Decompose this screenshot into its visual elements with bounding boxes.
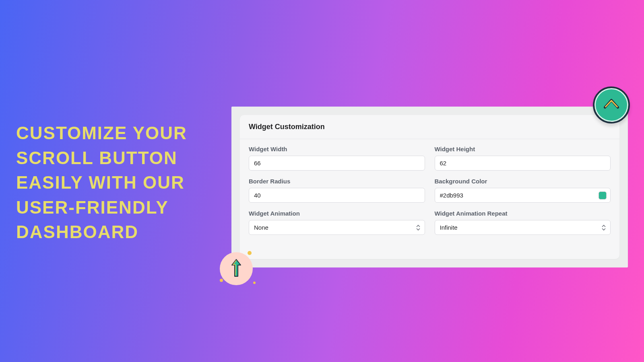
- widget-animation-repeat-label: Widget Animation Repeat: [435, 210, 611, 217]
- field-background-color: Background Color: [435, 178, 611, 203]
- arrow-up-icon: [229, 257, 243, 280]
- background-color-label: Background Color: [435, 178, 611, 185]
- field-widget-height: Widget Height: [435, 146, 611, 171]
- border-radius-label: Border Radius: [249, 178, 425, 185]
- card-title: Widget Customization: [240, 115, 619, 139]
- border-radius-input[interactable]: [249, 188, 425, 203]
- decorative-dot-icon: [220, 279, 223, 282]
- widget-animation-label: Widget Animation: [249, 210, 425, 217]
- widget-customization-card: Widget Customization Widget Width Widget…: [240, 115, 619, 259]
- widget-height-input[interactable]: [435, 156, 611, 171]
- widget-height-label: Widget Height: [435, 146, 611, 152]
- widget-width-input[interactable]: [249, 156, 425, 171]
- marketing-headline: CUSTOMIZE YOUR SCROLL BUTTON EASILY WITH…: [16, 121, 201, 245]
- scroll-top-bubble-button[interactable]: [220, 252, 253, 285]
- dashboard-panel: Widget Customization Widget Width Widget…: [231, 107, 628, 267]
- form-grid: Widget Width Widget Height Border Radius…: [240, 139, 619, 244]
- widget-width-label: Widget Width: [249, 146, 425, 152]
- field-widget-animation: Widget Animation: [249, 210, 425, 235]
- field-border-radius: Border Radius: [249, 178, 425, 203]
- widget-animation-select[interactable]: [249, 220, 425, 235]
- field-widget-width: Widget Width: [249, 146, 425, 171]
- color-swatch[interactable]: [599, 191, 607, 200]
- scroll-top-button[interactable]: [593, 86, 630, 123]
- decorative-dot-icon: [248, 251, 252, 255]
- decorative-dot-icon: [253, 282, 256, 284]
- widget-animation-repeat-select[interactable]: [435, 220, 611, 235]
- field-widget-animation-repeat: Widget Animation Repeat: [435, 210, 611, 235]
- background-color-input[interactable]: [435, 188, 611, 203]
- chevron-up-icon: [602, 95, 621, 115]
